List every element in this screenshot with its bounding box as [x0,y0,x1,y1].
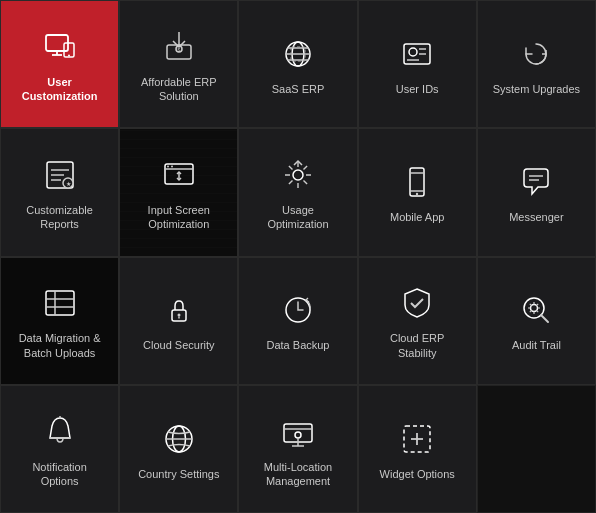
cell-label-user-customization: UserCustomization [22,75,98,104]
cell-data-migration[interactable]: Data Migration &Batch Uploads [0,257,119,385]
svg-line-47 [541,315,548,322]
system-upgrades-icon [514,32,558,76]
svg-point-29 [171,166,173,168]
cell-label-multi-location: Multi-LocationManagement [264,460,332,489]
cell-audit-trail[interactable]: Audit Trail [477,257,596,385]
customizable-reports-icon: ★ [38,153,82,197]
cell-country-settings[interactable]: Country Settings [119,385,238,513]
cell-widget-options[interactable]: Widget Options [358,385,477,513]
cell-cloud-security[interactable]: Cloud Security [119,257,238,385]
cell-system-upgrades[interactable]: System Upgrades [477,0,596,128]
svg-point-43 [177,314,180,317]
cell-multi-location[interactable]: Multi-LocationManagement [238,385,357,513]
cell-label-cloud-security: Cloud Security [143,338,215,352]
messenger-icon [514,160,558,204]
svg-point-31 [293,170,303,180]
cell-customizable-reports[interactable]: ★ CustomizableReports [0,128,119,256]
audit-trail-icon [514,288,558,332]
svg-text:$: $ [177,47,180,53]
svg-point-28 [167,166,169,168]
cell-label-affordable-erp: Affordable ERPSolution [141,75,217,104]
cloud-security-icon [157,288,201,332]
cell-label-country-settings: Country Settings [138,467,219,481]
widget-options-icon [395,417,439,461]
saas-erp-icon [276,32,320,76]
cell-label-audit-trail: Audit Trail [512,338,561,352]
cell-label-cloud-erp-stability: Cloud ERPStability [390,331,444,360]
cloud-erp-stability-icon [395,281,439,325]
cell-label-usage-optimization: UsageOptimization [267,203,328,232]
cell-notification-options[interactable]: NotificationOptions [0,385,119,513]
cell-label-mobile-app: Mobile App [390,210,444,224]
cell-empty [477,385,596,513]
input-screen-icon [157,153,201,197]
cell-label-system-upgrades: System Upgrades [493,82,580,96]
mobile-app-icon [395,160,439,204]
cell-label-widget-options: Widget Options [380,467,455,481]
notification-options-icon [38,410,82,454]
multi-location-icon [276,410,320,454]
affordable-erp-icon: $ [157,25,201,69]
svg-rect-32 [410,168,424,196]
country-settings-icon [157,417,201,461]
cell-usage-optimization[interactable]: UsageOptimization [238,128,357,256]
svg-point-35 [416,193,418,195]
user-customization-icon [38,25,82,69]
cell-affordable-erp[interactable]: $ Affordable ERPSolution [119,0,238,128]
data-backup-icon [276,288,320,332]
cell-cloud-erp-stability[interactable]: Cloud ERPStability [358,257,477,385]
user-ids-icon [395,32,439,76]
cell-label-saas-erp: SaaS ERP [272,82,325,96]
cell-label-data-backup: Data Backup [267,338,330,352]
cell-user-customization[interactable]: UserCustomization [0,0,119,128]
svg-point-58 [295,432,301,438]
cell-label-notification-options: NotificationOptions [32,460,86,489]
cell-mobile-app[interactable]: Mobile App [358,128,477,256]
cell-input-screen[interactable]: Input ScreenOptimization [119,128,238,256]
cell-label-user-ids: User IDs [396,82,439,96]
cell-user-ids[interactable]: User IDs [358,0,477,128]
svg-point-16 [409,48,417,56]
cell-label-customizable-reports: CustomizableReports [26,203,93,232]
cell-data-backup[interactable]: Data Backup [238,257,357,385]
svg-point-4 [68,54,70,56]
data-migration-icon [38,281,82,325]
cell-label-messenger: Messenger [509,210,563,224]
cell-messenger[interactable]: Messenger [477,128,596,256]
svg-rect-38 [46,291,74,315]
cell-label-input-screen: Input ScreenOptimization [148,203,210,232]
usage-optimization-icon [276,153,320,197]
main-grid: UserCustomization $ Affordable ERPSoluti… [0,0,596,513]
cell-label-data-migration: Data Migration &Batch Uploads [19,331,101,360]
svg-text:★: ★ [65,181,70,187]
cell-saas-erp[interactable]: SaaS ERP [238,0,357,128]
